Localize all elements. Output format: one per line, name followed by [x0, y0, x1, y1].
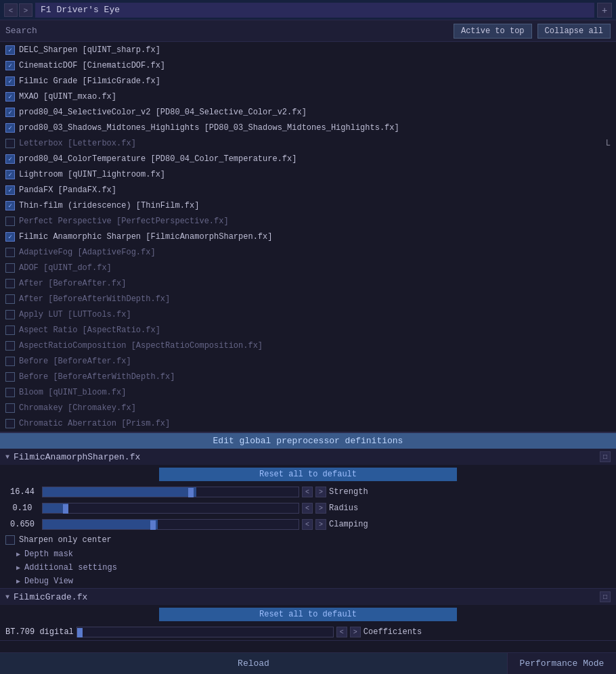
effect-checkbox[interactable]	[5, 325, 15, 335]
effect-checkbox[interactable]	[5, 341, 15, 351]
effect-checkbox[interactable]	[5, 388, 15, 397]
effect-item[interactable]: Bloom [qUINT_bloom.fx]	[0, 384, 616, 400]
active-to-top-button[interactable]: Active to top	[454, 24, 532, 39]
shader-collapse-button[interactable]: □	[600, 591, 611, 602]
effect-checkbox[interactable]	[5, 154, 15, 164]
effect-checkbox[interactable]	[5, 372, 15, 382]
effect-item[interactable]: After [BeforeAfter.fx]	[0, 275, 616, 291]
effect-item[interactable]: Before [BeforeAfter.fx]	[0, 353, 616, 369]
effect-item[interactable]: Before [BeforeAfterWithDepth.fx]	[0, 369, 616, 384]
effect-item[interactable]: Letterbox [Letterbox.fx]L	[0, 135, 616, 151]
effect-checkbox[interactable]	[5, 45, 15, 55]
effect-name: Letterbox [Letterbox.fx]	[19, 139, 136, 148]
effect-checkbox[interactable]	[5, 92, 15, 102]
collapsible-section[interactable]: ▶ Debug View	[0, 575, 616, 588]
footer: Reload Performance Mode	[0, 652, 616, 674]
add-tab-button[interactable]: +	[597, 3, 612, 18]
reset-button[interactable]: Reset all to default	[159, 468, 457, 481]
effect-checkbox[interactable]	[5, 419, 15, 428]
collapsible-label: Depth mask	[24, 549, 73, 559]
param-increment[interactable]: >	[350, 627, 361, 637]
effect-item[interactable]: AspectRatioComposition [AspectRatioCompo…	[0, 338, 616, 353]
effect-checkbox[interactable]	[5, 217, 15, 226]
reset-button[interactable]: Reset all to default	[159, 608, 457, 621]
param-decrement[interactable]: <	[302, 487, 313, 497]
effect-checkbox[interactable]	[5, 357, 15, 366]
effect-checkbox[interactable]	[5, 248, 15, 257]
effect-checkbox[interactable]	[5, 61, 15, 70]
effect-checkbox[interactable]	[5, 201, 15, 210]
param-checkbox[interactable]	[5, 535, 15, 545]
effect-item[interactable]: Lightroom [qUINT_lightroom.fx]	[0, 166, 616, 182]
collapsible-label: Additional settings	[24, 563, 117, 572]
effect-checkbox[interactable]	[5, 232, 15, 242]
param-increment[interactable]: >	[315, 487, 326, 497]
effect-checkbox[interactable]	[5, 76, 15, 86]
effect-name: PandaFX [PandaFX.fx]	[19, 185, 116, 195]
effect-name: prod80_04_SelectiveColor_v2 [PD80_04_Sel…	[19, 108, 307, 117]
effect-checkbox[interactable]	[5, 279, 15, 288]
effect-checkbox[interactable]	[5, 294, 15, 304]
window-title: F1 Driver's Eye	[35, 3, 594, 18]
effect-item[interactable]: CinematicDOF [CinematicDOF.fx]	[0, 58, 616, 73]
effect-name: Filmic Anamorphic Sharpen [FilmicAnamorp…	[19, 232, 272, 242]
param-label: Radius	[329, 503, 383, 513]
effect-item[interactable]: DELC_Sharpen [qUINT_sharp.fx]	[0, 42, 616, 58]
search-bar: Search Active to top Collapse all	[0, 20, 616, 42]
preprocessor-header: Edit global preprocessor definitions	[0, 433, 616, 449]
shader-title-row[interactable]: ▼ FilmicAnamorphSharpen.fx □	[0, 449, 616, 465]
effect-checkbox[interactable]	[5, 108, 15, 117]
effect-item[interactable]: prod80_04_ColorTemperature [PD80_04_Colo…	[0, 151, 616, 166]
shader-title-row[interactable]: ▼ FilmicGrade.fx □	[0, 589, 616, 605]
reload-button[interactable]: Reload	[0, 653, 508, 674]
collapse-all-button[interactable]: Collapse all	[537, 24, 611, 39]
param-slider[interactable]	[42, 519, 299, 530]
checkbox-row[interactable]: Sharpen only center	[0, 533, 616, 547]
param-decrement[interactable]: <	[336, 627, 347, 637]
collapsible-section[interactable]: ▶ Depth mask	[0, 547, 616, 561]
effect-name: Chromatic Aberration [Prism.fx]	[19, 419, 170, 428]
param-slider[interactable]	[76, 627, 334, 637]
collapsible-section[interactable]: ▶ Additional settings	[0, 561, 616, 575]
effect-checkbox[interactable]	[5, 185, 15, 195]
effect-item[interactable]: Apply LUT [LUTTools.fx]	[0, 307, 616, 322]
param-increment[interactable]: >	[315, 503, 326, 514]
forward-button[interactable]: >	[19, 3, 32, 17]
effect-checkbox[interactable]	[5, 170, 15, 179]
search-label: Search	[5, 26, 37, 36]
effect-item[interactable]: prod80_03_Shadows_Midtones_Highlights [P…	[0, 120, 616, 135]
effect-checkbox[interactable]	[5, 263, 15, 273]
effect-name: Bloom [qUINT_bloom.fx]	[19, 388, 126, 397]
effect-item[interactable]: Filmic Grade [FilmicGrade.fx]	[0, 73, 616, 89]
back-button[interactable]: <	[4, 3, 18, 17]
effect-item[interactable]: MXAO [qUINT_mxao.fx]	[0, 89, 616, 104]
shader-collapse-button[interactable]: □	[600, 451, 611, 462]
param-decrement[interactable]: <	[302, 519, 313, 530]
effect-item[interactable]: prod80_04_SelectiveColor_v2 [PD80_04_Sel…	[0, 104, 616, 120]
effect-item[interactable]: AdaptiveFog [AdaptiveFog.fx]	[0, 244, 616, 260]
effect-checkbox[interactable]	[5, 310, 15, 319]
param-decrement[interactable]: <	[302, 503, 313, 514]
param-slider[interactable]	[42, 487, 299, 497]
effect-item[interactable]: Thin-film (iridescence) [ThinFilm.fx]	[0, 198, 616, 213]
effect-item[interactable]: Aspect Ratio [AspectRatio.fx]	[0, 322, 616, 338]
param-label: Coefficients	[364, 627, 422, 637]
effect-checkbox[interactable]	[5, 403, 15, 413]
effect-name: After [BeforeAfter.fx]	[19, 279, 126, 288]
effect-item[interactable]: ADOF [qUINT_dof.fx]	[0, 260, 616, 275]
effect-item[interactable]: Chromakey [Chromakey.fx]	[0, 400, 616, 415]
collapse-triangle: ▼	[5, 593, 9, 601]
effect-checkbox[interactable]	[5, 123, 15, 133]
param-slider[interactable]	[42, 503, 299, 514]
effect-item[interactable]: Chromatic Aberration [Prism.fx]	[0, 415, 616, 431]
nav-buttons: < >	[4, 3, 32, 17]
param-increment[interactable]: >	[315, 519, 326, 530]
effect-item[interactable]: After [BeforeAfterWithDepth.fx]	[0, 291, 616, 307]
effect-item[interactable]: Perfect Perspective [PerfectPerspective.…	[0, 213, 616, 229]
param-row: 0.10<>Radius	[0, 500, 616, 516]
effect-checkbox[interactable]	[5, 139, 15, 148]
performance-mode-button[interactable]: Performance Mode	[508, 653, 616, 674]
effect-item[interactable]: PandaFX [PandaFX.fx]	[0, 182, 616, 198]
effect-name: MXAO [qUINT_mxao.fx]	[19, 92, 116, 102]
effect-item[interactable]: Filmic Anamorphic Sharpen [FilmicAnamorp…	[0, 229, 616, 244]
